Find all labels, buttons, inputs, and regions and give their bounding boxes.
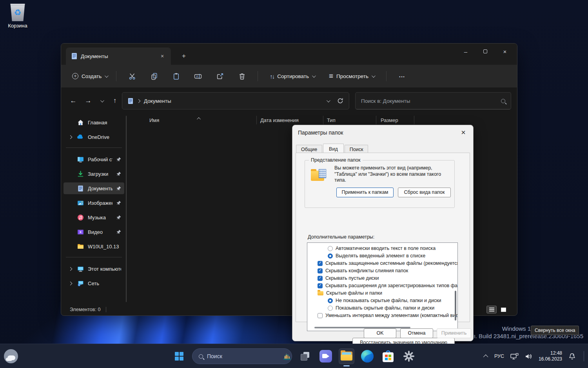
start-button[interactable] <box>171 348 187 364</box>
advanced-settings-list[interactable]: Автоматически вводить текст в поле поиск… <box>307 242 458 331</box>
apply-to-folders-button[interactable]: Применить к папкам <box>336 188 394 197</box>
tab-close-button[interactable]: × <box>158 51 167 61</box>
explorer-search-input[interactable] <box>361 98 501 104</box>
expander-icon[interactable] <box>67 282 73 285</box>
checkbox-checked-icon[interactable] <box>318 261 323 266</box>
apply-button[interactable]: Применить <box>437 328 471 338</box>
clock[interactable]: 12:48 16.06.2023 <box>539 350 562 362</box>
option-hide-protected-files[interactable]: Скрывать защищенные системные файлы (рек… <box>307 259 457 267</box>
ok-button[interactable]: OK <box>364 328 396 338</box>
breadcrumb-path[interactable]: Документы <box>144 98 171 104</box>
sidebar-item-downloads[interactable]: Загрузки <box>64 168 124 180</box>
settings-button[interactable] <box>401 348 417 364</box>
advanced-settings-label: Дополнительные параметры: <box>308 234 374 240</box>
store-button[interactable] <box>380 348 396 364</box>
large-icons-view-button[interactable] <box>498 306 508 313</box>
radio-off-icon[interactable] <box>328 246 333 251</box>
dialog-close-button[interactable]: ✕ <box>459 128 468 137</box>
delete-button[interactable] <box>234 69 250 83</box>
sort-icon <box>270 73 274 80</box>
details-view-button[interactable] <box>486 306 497 313</box>
sort-button[interactable]: Сортировать <box>265 70 319 83</box>
sidebar-item-w10ui-folder[interactable]: W10UI_10.13 <box>64 240 124 252</box>
vertical-scrollbar[interactable] <box>455 291 456 321</box>
close-button[interactable]: × <box>495 45 515 58</box>
language-indicator[interactable]: РУС <box>494 353 504 359</box>
task-view-button[interactable] <box>297 348 313 364</box>
up-button[interactable]: ↑ <box>108 94 122 107</box>
option-hide-extensions[interactable]: Скрывать расширения для зарегистрированн… <box>307 282 457 289</box>
file-explorer-button[interactable] <box>339 348 354 364</box>
sidebar-item-onedrive[interactable]: OneDrive <box>64 131 124 143</box>
copy-button[interactable] <box>146 69 162 83</box>
rename-button[interactable]: A <box>190 69 206 83</box>
option-hide-merge-conflicts[interactable]: Скрывать конфликты слияния папок <box>307 267 457 274</box>
option-show-hidden[interactable]: Показывать скрытые файлы, папки и диски <box>307 304 457 312</box>
reset-folders-button[interactable]: Сброс вида папок <box>398 188 451 197</box>
back-button[interactable]: ← <box>67 94 80 107</box>
cut-button[interactable] <box>124 69 140 83</box>
address-dropdown-icon[interactable] <box>327 98 330 102</box>
pin-icon <box>116 157 121 162</box>
recent-locations-button[interactable] <box>96 94 107 107</box>
explorer-search-box[interactable] <box>355 92 511 109</box>
radio-off-icon[interactable] <box>328 306 333 311</box>
option-auto-type-search[interactable]: Автоматически вводить текст в поле поиск… <box>307 244 457 252</box>
forward-button[interactable]: → <box>82 94 95 107</box>
maximize-icon <box>483 49 487 53</box>
refresh-icon[interactable] <box>337 98 343 104</box>
notification-bell-icon[interactable]: z <box>568 353 576 360</box>
taskbar-search-input[interactable] <box>207 353 278 359</box>
expander-icon[interactable] <box>67 268 73 270</box>
explorer-tab[interactable]: Документы × <box>66 47 171 65</box>
checkbox-unchecked-icon[interactable] <box>318 313 323 318</box>
sidebar-item-this-pc[interactable]: Этот компьютер <box>64 263 124 275</box>
sidebar-item-home[interactable]: Главная <box>64 117 124 128</box>
radio-on-icon[interactable] <box>328 298 333 303</box>
option-dont-show-hidden[interactable]: Не показывать скрытые файлы, папки и дис… <box>307 297 457 304</box>
column-header-type[interactable]: Тип <box>327 117 336 123</box>
pictures-icon <box>77 199 84 206</box>
option-compact-view[interactable]: Уменьшить интервал между элементами (ком… <box>307 312 457 319</box>
volume-icon[interactable] <box>525 353 532 360</box>
checkbox-checked-icon[interactable] <box>318 283 323 288</box>
sidebar-item-network[interactable]: Сеть <box>64 277 124 289</box>
maximize-button[interactable] <box>475 45 495 58</box>
column-header-date[interactable]: Дата изменения <box>260 117 299 123</box>
view-button[interactable]: Просмотреть <box>324 69 379 84</box>
sidebar-item-pictures[interactable]: Изображения <box>64 197 124 209</box>
option-select-typed-item[interactable]: Выделять введенный элемент в списке <box>307 252 457 259</box>
chevron-down-icon <box>312 74 316 78</box>
chat-button[interactable] <box>318 348 334 364</box>
sidebar-item-videos[interactable]: Видео <box>64 226 124 238</box>
paste-button[interactable] <box>168 69 184 83</box>
network-icon[interactable] <box>510 353 519 360</box>
option-hide-empty-drives[interactable]: Скрывать пустые диски <box>307 274 457 282</box>
minimize-button[interactable]: – <box>456 45 475 58</box>
column-header-size[interactable]: Размер <box>381 117 398 123</box>
sidebar-item-desktop[interactable]: Рабочий стол <box>64 153 124 165</box>
trash-icon <box>238 73 246 80</box>
sidebar-item-documents[interactable]: Документы <box>64 182 124 194</box>
checkbox-checked-icon[interactable] <box>318 268 323 273</box>
radio-on-icon[interactable] <box>328 253 333 259</box>
recycle-bin-desktop-icon[interactable]: ♻ Корзина <box>5 3 30 29</box>
edge-button[interactable] <box>359 348 375 364</box>
sort-button-label: Сортировать <box>277 73 309 79</box>
more-options-button[interactable] <box>394 69 410 83</box>
task-view-icon <box>301 352 309 361</box>
command-bar: Создать A Сортировать Просмот <box>61 65 517 87</box>
taskbar-search[interactable] <box>192 348 292 364</box>
address-bar[interactable]: Документы <box>122 92 349 109</box>
show-desktop-button[interactable] <box>584 351 584 361</box>
cancel-button[interactable]: Отмена <box>400 328 433 338</box>
sidebar-item-music[interactable]: Музыка <box>64 211 124 223</box>
details-view-icon <box>489 308 494 312</box>
share-button[interactable] <box>212 69 228 83</box>
search-highlight-image[interactable] <box>282 348 292 364</box>
column-header-name[interactable]: Имя <box>149 117 159 123</box>
new-tab-button[interactable]: + <box>179 51 189 61</box>
expander-icon[interactable] <box>67 136 73 138</box>
checkbox-checked-icon[interactable] <box>318 276 323 281</box>
new-button[interactable]: Создать <box>68 70 111 82</box>
